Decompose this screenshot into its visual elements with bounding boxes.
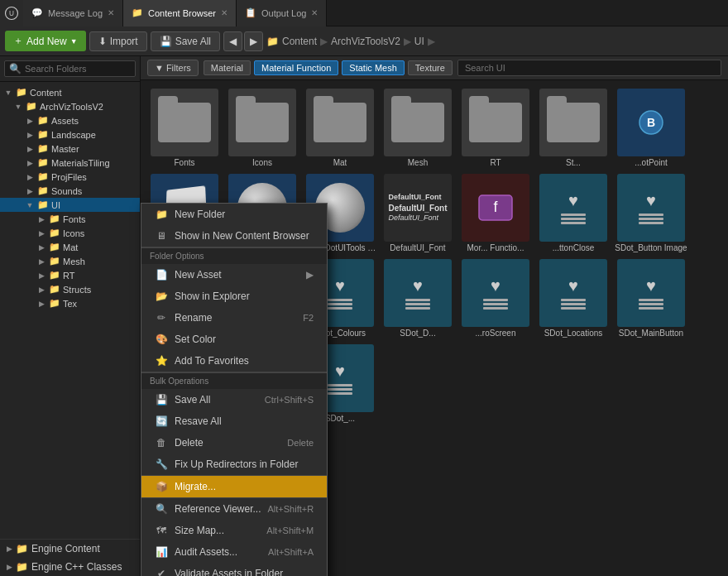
asset-defaultui-font[interactable]: DefaultUI_Font DefaultUI_Font DefaultUI_…	[381, 172, 455, 254]
ctx-show-in-explorer[interactable]: 📂 Show in Explorer	[141, 286, 327, 307]
tab-output-log[interactable]: 📋 Output Log ✕	[237, 0, 327, 26]
add-new-button[interactable]: ＋ Add New ▼	[5, 31, 86, 51]
color-icon: 🎨	[155, 333, 168, 346]
folder-thumb	[151, 89, 218, 156]
title-bar: U 💬 Message Log ✕ 📁 Content Browser ✕ 📋 …	[0, 0, 728, 26]
folder-icon: 📁	[37, 143, 49, 154]
sidebar-item-content[interactable]: ▼ 📁 Content	[0, 85, 140, 99]
sidebar-item-materialstiling[interactable]: ▶ 📁 MaterialsTiling	[0, 156, 140, 170]
asset-sdot-buttonimage[interactable]: ♥ SDot_Button Image	[614, 172, 688, 254]
folder-icons[interactable]: Icons	[225, 87, 299, 169]
folder-icon: 📁	[16, 87, 27, 98]
asset-sdot-buttonclose[interactable]: ♥ ...ttonClose	[536, 172, 611, 254]
sidebar-item-landscape[interactable]: ▶ 📁 Landscape	[0, 127, 140, 142]
sidebar-bottom: ▶ 📁 Engine Content ▶ 📁 Engine C++ Classe…	[0, 539, 140, 576]
validate-icon: ✔	[155, 567, 168, 576]
expand-icon: ▶	[25, 131, 35, 139]
expand-icon: ▼	[25, 201, 35, 209]
sidebar-item-engine-cpp[interactable]: ▶ 📁 Engine C++ Classes	[0, 558, 140, 576]
sidebar-item-tex[interactable]: ▶ 📁 Tex	[0, 296, 140, 310]
search-content-input[interactable]	[457, 60, 721, 76]
import-button[interactable]: ⬇ Import	[89, 31, 147, 51]
sidebar-item-mesh[interactable]: ▶ 📁 Mesh	[0, 254, 140, 268]
ctx-show-new-browser[interactable]: 🖥 Show in New Content Browser	[141, 225, 327, 247]
ctx-fix-redirectors[interactable]: 🔧 Fix Up Redirectors in Folder	[141, 454, 327, 475]
search-icon: 🔍	[9, 63, 22, 74]
sidebar-item-mat[interactable]: ▶ 📁 Mat	[0, 240, 140, 254]
asset-sdot-d[interactable]: ♥ SDot_D...	[381, 257, 455, 339]
add-icon: ＋	[13, 34, 23, 48]
sidebar-item-structs[interactable]: ▶ 📁 Structs	[0, 282, 140, 296]
ctx-validate-assets[interactable]: ✔ Validate Assets in Folder	[141, 563, 327, 576]
expand-icon: ▶	[36, 243, 46, 252]
ctx-resave-all[interactable]: 🔄 Resave All	[141, 410, 327, 432]
sidebar-tree: ▼ 📁 Content ▼ 📁 ArchVizToolsV2 ▶ 📁 Asset…	[0, 82, 140, 539]
sidebar-item-rt[interactable]: ▶ 📁 RT	[0, 268, 140, 282]
filters-button[interactable]: ▼ Filters	[147, 60, 199, 76]
folder-icon: 📁	[49, 214, 60, 224]
ctx-audit-assets[interactable]: 📊 Audit Assets... Alt+Shift+A	[141, 541, 327, 563]
asset-bp-dotpoint[interactable]: B ...otPoint	[614, 87, 688, 169]
submenu-arrow: ▶	[306, 269, 314, 281]
search-folders-input[interactable]	[25, 64, 131, 74]
ctx-reference-viewer[interactable]: 🔍 Reference Viewer... Alt+Shift+R	[141, 498, 327, 520]
expand-icon: ▶	[25, 187, 35, 195]
tab-close-output-log[interactable]: ✕	[311, 8, 318, 17]
ctx-delete[interactable]: 🗑 Delete Delete	[141, 432, 327, 454]
folder-icon: 📁	[37, 171, 49, 182]
sidebar-item-engine-content[interactable]: ▶ 📁 Engine Content	[0, 540, 140, 558]
sidebar-search-inner: 🔍	[4, 60, 136, 77]
ctx-label-folder-options: Folder Options	[141, 247, 327, 264]
folder-icon: 📁	[26, 101, 37, 112]
ctx-save-all[interactable]: 💾 Save All Ctrl+Shift+S	[141, 389, 327, 410]
tab-content-browser[interactable]: 📁 Content Browser ✕	[123, 0, 237, 26]
svg-text:U: U	[9, 10, 14, 17]
expand-icon: ▶	[7, 563, 12, 571]
ctx-rename[interactable]: ✏ Rename F2	[141, 307, 327, 329]
nav-back-button[interactable]: ◀	[223, 31, 242, 51]
asset-mor-functio[interactable]: f Mor... Functio...	[458, 172, 533, 254]
folder-icon: 📁	[49, 298, 60, 309]
ctx-new-asset[interactable]: 📄 New Asset ▶	[141, 264, 327, 286]
sidebar-item-fonts[interactable]: ▶ 📁 Fonts	[0, 212, 140, 226]
message-log-icon: 💬	[31, 7, 43, 18]
delete-icon: 🗑	[155, 436, 168, 449]
sidebar-item-ui[interactable]: ▼ 📁 UI	[0, 198, 140, 212]
ctx-section-2: 📄 New Asset ▶ 📂 Show in Explorer ✏ Renam…	[141, 264, 327, 372]
tab-close-content-browser[interactable]: ✕	[221, 8, 228, 17]
asset-sdot-mainbutton[interactable]: ♥ SDot_MainButton	[614, 257, 688, 339]
sidebar-item-master[interactable]: ▶ 📁 Master	[0, 142, 140, 156]
filter-static-mesh[interactable]: Static Mesh	[342, 60, 404, 75]
map-icon: 🗺	[155, 524, 168, 537]
filter-texture[interactable]: Texture	[408, 60, 453, 75]
filter-material[interactable]: Material	[204, 60, 251, 75]
folder-mat[interactable]: Mat	[303, 87, 377, 169]
ctx-size-map[interactable]: 🗺 Size Map... Alt+Shift+M	[141, 520, 327, 541]
breadcrumb-ui[interactable]: UI	[414, 36, 424, 47]
ctx-add-favorites[interactable]: ⭐ Add To Favorites	[141, 350, 327, 372]
filter-material-function[interactable]: Material Function	[254, 60, 338, 75]
folder-rt[interactable]: RT	[458, 87, 533, 169]
sidebar-item-sounds[interactable]: ▶ 📁 Sounds	[0, 184, 140, 198]
sidebar-item-archviz[interactable]: ▼ 📁 ArchVizToolsV2	[0, 99, 140, 113]
audit-icon: 📊	[155, 545, 168, 559]
nav-forward-button[interactable]: ▶	[244, 31, 263, 51]
folder-fonts[interactable]: Fonts	[147, 87, 222, 169]
breadcrumb-content[interactable]: Content	[282, 36, 317, 47]
breadcrumb-archviz[interactable]: ArchVizToolsV2	[331, 36, 400, 47]
ctx-set-color[interactable]: 🎨 Set Color	[141, 329, 327, 350]
ctx-new-folder[interactable]: 📁 New Folder	[141, 204, 327, 225]
sidebar-item-icons[interactable]: ▶ 📁 Icons	[0, 226, 140, 240]
expand-icon: ▶	[36, 215, 46, 223]
save-all-button[interactable]: 💾 Save All	[151, 31, 220, 51]
folder-mesh[interactable]: Mesh	[381, 87, 455, 169]
asset-sdot-locations[interactable]: ♥ SDot_Locations	[536, 257, 611, 339]
asset-roscreen[interactable]: ♥ ...roScreen	[458, 257, 533, 339]
tab-close-message-log[interactable]: ✕	[108, 8, 114, 17]
ctx-migrate[interactable]: 📦 Migrate...	[141, 476, 327, 497]
sidebar-item-projfiles[interactable]: ▶ 📁 ProjFiles	[0, 170, 140, 184]
tab-message-log[interactable]: 💬 Message Log ✕	[23, 0, 123, 26]
sidebar-item-assets[interactable]: ▶ 📁 Assets	[0, 113, 140, 127]
folder-structs[interactable]: St...	[536, 87, 611, 169]
output-log-icon: 📋	[245, 7, 256, 18]
